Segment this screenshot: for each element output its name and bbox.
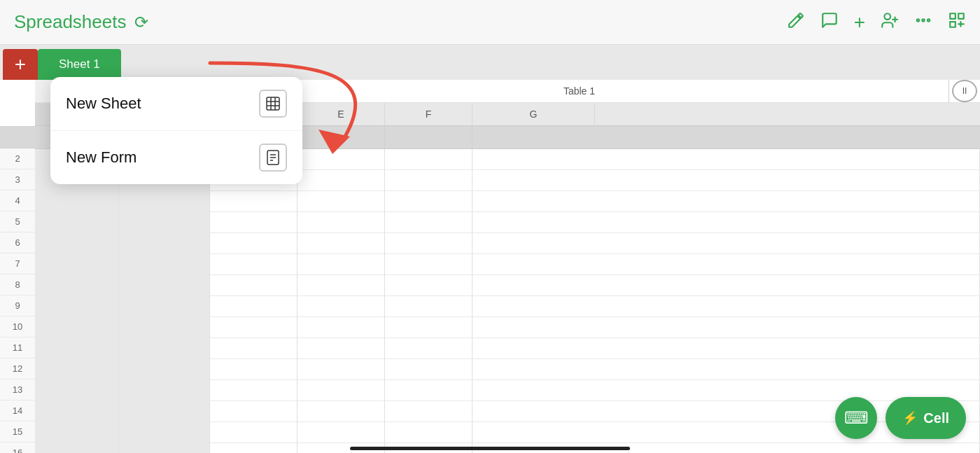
cell[interactable]	[472, 149, 980, 170]
cell-button[interactable]: ⚡ Cell	[886, 397, 966, 439]
table-row[interactable]	[35, 359, 980, 380]
cell[interactable]	[35, 443, 119, 453]
cell[interactable]	[210, 275, 298, 296]
cell[interactable]	[472, 275, 980, 296]
cell[interactable]	[35, 233, 119, 254]
cell[interactable]	[119, 296, 210, 317]
cell[interactable]	[298, 317, 385, 338]
cell[interactable]	[472, 317, 980, 338]
cell[interactable]	[119, 254, 210, 275]
cell[interactable]	[385, 401, 472, 422]
cell[interactable]	[210, 254, 298, 275]
table-row[interactable]	[35, 317, 980, 338]
cell[interactable]	[298, 401, 385, 422]
cell[interactable]	[298, 170, 385, 191]
add-icon[interactable]: +	[854, 11, 865, 34]
cell[interactable]	[119, 338, 210, 359]
table-row[interactable]	[35, 212, 980, 233]
cell[interactable]	[210, 296, 298, 317]
cell[interactable]	[298, 233, 385, 254]
cell[interactable]	[119, 275, 210, 296]
dots-icon[interactable]	[914, 11, 932, 34]
col-header-g[interactable]: G	[472, 103, 595, 125]
cell[interactable]	[35, 380, 119, 401]
freeze-button[interactable]: II	[952, 80, 977, 102]
new-form-item[interactable]: New Form	[50, 131, 302, 184]
cell[interactable]	[472, 359, 980, 380]
cell[interactable]	[210, 380, 298, 401]
cell[interactable]	[298, 422, 385, 443]
table-row[interactable]	[35, 275, 980, 296]
cell[interactable]	[35, 275, 119, 296]
col-header-e[interactable]: E	[298, 103, 385, 125]
cell[interactable]	[35, 254, 119, 275]
cell[interactable]	[472, 233, 980, 254]
cell[interactable]	[210, 212, 298, 233]
cell[interactable]	[385, 233, 472, 254]
cell[interactable]	[35, 359, 119, 380]
cell[interactable]	[385, 359, 472, 380]
add-person-icon[interactable]	[881, 11, 899, 34]
table-row[interactable]	[35, 191, 980, 212]
cell[interactable]	[119, 422, 210, 443]
cell[interactable]	[298, 359, 385, 380]
scroll-indicator[interactable]	[350, 447, 630, 450]
cell[interactable]	[385, 191, 472, 212]
cell[interactable]	[385, 296, 472, 317]
cell[interactable]	[119, 359, 210, 380]
cell[interactable]	[298, 254, 385, 275]
comment-icon[interactable]	[820, 11, 839, 34]
cell[interactable]	[385, 149, 472, 170]
cell[interactable]	[210, 401, 298, 422]
brush-icon[interactable]	[787, 11, 805, 34]
table-row[interactable]	[35, 296, 980, 317]
cell[interactable]	[472, 212, 980, 233]
list-icon[interactable]	[948, 11, 966, 34]
cell[interactable]	[35, 338, 119, 359]
cell[interactable]	[298, 380, 385, 401]
table-row[interactable]	[35, 254, 980, 275]
cell[interactable]	[119, 443, 210, 453]
cell[interactable]	[472, 170, 980, 191]
cell[interactable]	[35, 212, 119, 233]
cell[interactable]	[35, 401, 119, 422]
cell[interactable]	[298, 212, 385, 233]
cell[interactable]	[472, 338, 980, 359]
cell[interactable]	[119, 317, 210, 338]
cell[interactable]	[385, 212, 472, 233]
cell[interactable]	[210, 359, 298, 380]
cell[interactable]	[385, 338, 472, 359]
cell[interactable]	[298, 296, 385, 317]
table-row[interactable]	[35, 233, 980, 254]
cell[interactable]	[35, 296, 119, 317]
cell[interactable]	[472, 191, 980, 212]
cell[interactable]	[385, 317, 472, 338]
sheet1-tab[interactable]: Sheet 1	[38, 49, 121, 80]
cell[interactable]	[210, 191, 298, 212]
cell[interactable]	[298, 149, 385, 170]
cell[interactable]	[210, 233, 298, 254]
cell[interactable]	[385, 170, 472, 191]
col-header-f[interactable]: F	[385, 103, 472, 125]
cell[interactable]	[119, 401, 210, 422]
cell[interactable]	[298, 191, 385, 212]
cell[interactable]	[35, 191, 119, 212]
cell[interactable]	[35, 317, 119, 338]
cell[interactable]	[35, 422, 119, 443]
new-sheet-item[interactable]: New Sheet	[50, 77, 302, 131]
cell[interactable]	[210, 317, 298, 338]
keyboard-button[interactable]: ⌨	[835, 397, 877, 439]
add-sheet-button[interactable]: +	[3, 49, 38, 80]
cell[interactable]	[472, 296, 980, 317]
cell[interactable]	[119, 380, 210, 401]
cell[interactable]	[119, 212, 210, 233]
cell[interactable]	[298, 275, 385, 296]
cell[interactable]	[385, 422, 472, 443]
cell[interactable]	[385, 254, 472, 275]
cell[interactable]	[472, 254, 980, 275]
cell[interactable]	[385, 380, 472, 401]
cell[interactable]	[119, 233, 210, 254]
cell[interactable]	[210, 422, 298, 443]
undo-icon[interactable]: ⟳	[134, 13, 148, 32]
cell[interactable]	[210, 338, 298, 359]
